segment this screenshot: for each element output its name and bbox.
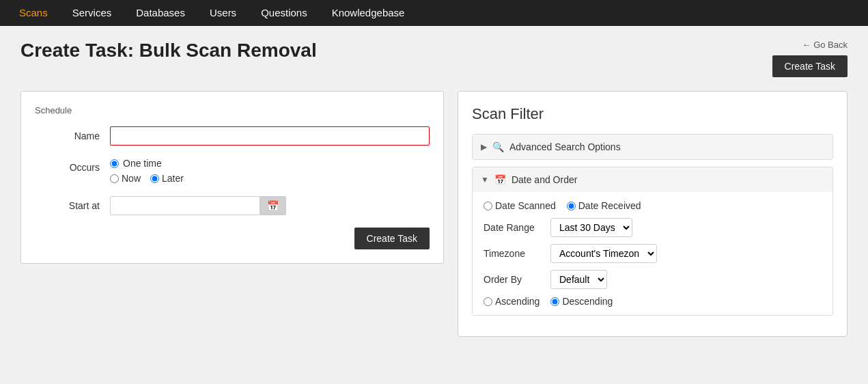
date-scanned-radio[interactable] [484,202,492,210]
occurs-one-time-radio[interactable] [110,159,119,168]
descending-radio[interactable] [550,297,559,306]
page-title: Create Task: Bulk Scan Removal [20,40,317,61]
create-task-button-top[interactable]: Create Task [772,55,848,77]
header-right: Go Back Create Task [772,40,848,77]
schedule-legend: Schedule [35,105,430,115]
sort-order-radios: Ascending Descending [484,296,822,307]
date-range-label: Date Range [484,222,545,233]
timezone-label: Timezone [484,248,545,259]
date-range-row: Date Range Last 30 Days Last 7 Days Last… [484,218,822,237]
occurs-one-time-label[interactable]: One time [123,158,162,169]
main-layout: Schedule Name Occurs One time [20,91,848,337]
name-label: Name [35,126,110,141]
page-content: Create Task: Bulk Scan Removal Go Back C… [0,26,868,351]
date-order-toggle-icon: ▼ [481,175,489,184]
occurs-later-radio[interactable] [150,174,159,183]
ascending-radio[interactable] [484,297,492,306]
calendar-button[interactable]: 📅 [260,196,286,215]
ascending-label[interactable]: Ascending [484,296,540,307]
go-back-link[interactable]: Go Back [802,40,848,50]
date-type-radios: Date Scanned Date Received [484,200,822,211]
scan-filter-panel: Scan Filter ▶ 🔍 Advanced Search Options … [458,91,848,337]
occurs-later-label[interactable]: Later [150,173,184,184]
date-order-body: Date Scanned Date Received Date Range La… [473,192,832,315]
name-row: Name [35,126,430,146]
advanced-search-header[interactable]: ▶ 🔍 Advanced Search Options [473,135,832,159]
date-order-section: ▼ 📅 Date and Order Date Scanned Date Rec… [472,167,833,316]
occurs-now-radio[interactable] [110,174,119,183]
advanced-search-label: Advanced Search Options [509,141,621,152]
nav-questions[interactable]: Questions [249,0,320,26]
nav-scans[interactable]: Scans [7,0,60,26]
schedule-card: Schedule Name Occurs One time [20,91,444,264]
create-task-button-bottom[interactable]: Create Task [354,228,430,249]
page-header: Create Task: Bulk Scan Removal Go Back C… [20,40,848,77]
datetime-wrapper: 03/22/2018 1:10 PM 📅 [110,196,430,215]
advanced-toggle-icon: ▶ [481,142,487,152]
start-at-label: Start at [35,196,110,211]
date-order-calendar-icon: 📅 [494,174,506,185]
occurs-subgroup: Now Later [110,173,430,184]
form-actions: Create Task [35,228,430,249]
scan-filter-title: Scan Filter [472,105,833,123]
advanced-search-icon: 🔍 [492,141,504,152]
nav-knowledgebase[interactable]: Knowledgebase [320,0,417,26]
occurs-field: One time Now Later [110,158,430,184]
nav-users[interactable]: Users [197,0,249,26]
date-scanned-label[interactable]: Date Scanned [484,200,556,211]
date-range-select[interactable]: Last 30 Days Last 7 Days Last 90 Days Al… [550,218,632,237]
date-order-header[interactable]: ▼ 📅 Date and Order [473,167,832,192]
nav-databases[interactable]: Databases [124,0,197,26]
occurs-one-time-group: One time [110,158,430,169]
start-at-row: Start at 03/22/2018 1:10 PM 📅 [35,196,430,215]
timezone-row: Timezone Account's Timezon UTC [484,244,822,263]
date-received-radio[interactable] [567,202,576,210]
occurs-row: Occurs One time Now Later [35,158,430,184]
date-order-label: Date and Order [512,174,578,185]
order-by-label: Order By [484,274,545,285]
occurs-now-label[interactable]: Now [110,173,141,184]
advanced-search-section: ▶ 🔍 Advanced Search Options [472,134,833,160]
name-field [110,126,430,146]
order-by-select[interactable]: Default Date Name [550,270,607,289]
name-input[interactable] [110,126,430,146]
descending-label[interactable]: Descending [550,296,613,307]
navbar: Scans Services Databases Users Questions… [0,0,868,26]
date-received-label[interactable]: Date Received [567,200,641,211]
timezone-select[interactable]: Account's Timezon UTC [550,244,657,263]
order-by-row: Order By Default Date Name [484,270,822,289]
occurs-label: Occurs [35,158,110,173]
datetime-input[interactable]: 03/22/2018 1:10 PM [110,196,260,215]
start-at-field: 03/22/2018 1:10 PM 📅 [110,196,430,215]
nav-services[interactable]: Services [60,0,124,26]
